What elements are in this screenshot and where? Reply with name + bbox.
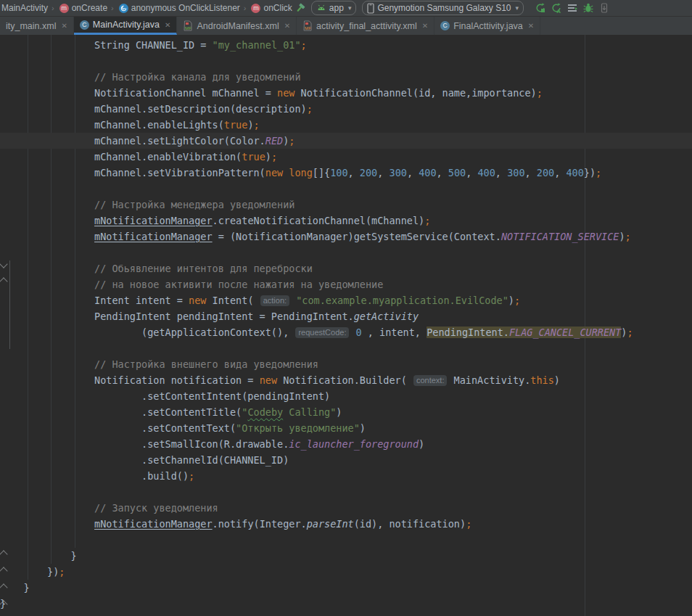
code-editor[interactable]: String CHANNEL_ID = "my_channel_01"; // …: [0, 35, 692, 616]
main-toolbar: MainActivity›monCreate›anonymous OnClick…: [0, 0, 692, 17]
parameter-hint: requestCode:: [295, 327, 349, 338]
manifest-icon: MF: [183, 20, 193, 31]
breadcrumb-separator-icon: ›: [111, 4, 114, 12]
tab-activity_final_acttivity-xml[interactable]: MFactivity_final_acttivity.xml✕: [297, 17, 434, 35]
svg-text:MF: MF: [185, 25, 191, 30]
breadcrumb-item-oncreate[interactable]: monCreate: [58, 3, 107, 13]
breadcrumb-separator-icon: ›: [244, 4, 247, 12]
code-line[interactable]: Intent intent = new Intent( action: "com…: [0, 292, 692, 308]
breadcrumb-item-anonymous-onclicklistener[interactable]: anonymous OnClickListener: [118, 3, 240, 13]
tab-mainactivity-java[interactable]: CMainActivity.java✕: [74, 17, 178, 35]
code-line[interactable]: [0, 532, 692, 548]
code-line[interactable]: // Запуск уведомления: [0, 500, 692, 516]
code-area[interactable]: String CHANNEL_ID = "my_channel_01"; // …: [0, 35, 692, 612]
code-line[interactable]: }: [0, 596, 692, 612]
code-line[interactable]: String CHANNEL_ID = "my_channel_01";: [0, 37, 692, 53]
code-line[interactable]: mNotificationManager.notify(Integer.pars…: [0, 516, 692, 532]
class-icon: C: [440, 21, 450, 30]
device-selector-label: Genymotion Samsung Galaxy S10: [377, 3, 511, 13]
code-line[interactable]: mChannel.setDescription(description);: [0, 101, 692, 117]
tab-label: MainActivity.java: [93, 20, 160, 30]
code-line[interactable]: PendingIntent pendingIntent = PendingInt…: [0, 308, 692, 324]
svg-text:MF: MF: [305, 25, 311, 30]
breadcrumb-label: onCreate: [72, 3, 107, 13]
tab-close-icon[interactable]: ✕: [61, 22, 67, 30]
breadcrumb-label: anonymous OnClickListener: [131, 3, 240, 13]
breadcrumb-label: MainActivity: [1, 3, 48, 13]
code-line[interactable]: // Настройка менеджера уведомлений: [0, 197, 692, 213]
tab-close-icon[interactable]: ✕: [165, 21, 170, 29]
code-line[interactable]: [0, 181, 692, 197]
xml-file-icon: MF: [302, 20, 313, 31]
build-hammer-icon[interactable]: [292, 1, 308, 15]
class-icon: C: [440, 21, 450, 30]
code-line[interactable]: }: [0, 548, 692, 564]
code-line[interactable]: [0, 340, 692, 356]
code-line[interactable]: [0, 53, 692, 69]
svg-text:A: A: [556, 8, 561, 15]
tab-label: AndroidManifest.xml: [197, 21, 279, 31]
tab-close-icon[interactable]: ✕: [284, 22, 290, 30]
tab-androidmanifest-xml[interactable]: MFAndroidManifest.xml✕: [177, 17, 297, 35]
code-line[interactable]: mNotificationManager = (NotificationMana…: [0, 229, 692, 245]
device-selector[interactable]: Genymotion Samsung Galaxy S10 ▾: [362, 1, 524, 15]
tab-label: activity_final_acttivity.xml: [316, 21, 417, 31]
code-line[interactable]: (getApplicationContext(), requestCode: 0…: [0, 324, 692, 340]
method-icon: m: [59, 4, 69, 13]
code-line[interactable]: // Обьявление интентов для переброски: [0, 260, 692, 276]
tab-label: FinalActtivity.java: [453, 21, 523, 31]
code-line[interactable]: // на новое активити после нажатия на ув…: [0, 276, 692, 292]
code-line[interactable]: [0, 245, 692, 260]
code-line[interactable]: NotificationChannel mChannel = new Notif…: [0, 85, 692, 101]
class-icon: C: [80, 20, 89, 30]
tab-close-icon[interactable]: ✕: [528, 22, 534, 30]
breadcrumb: MainActivity›monCreate›anonymous OnClick…: [0, 0, 292, 16]
tab-ity_main-xml[interactable]: ity_main.xml✕: [0, 17, 74, 35]
breadcrumb-item-onclick[interactable]: monClick: [250, 3, 292, 13]
code-line[interactable]: .build();: [0, 468, 692, 484]
tab-finalacttivity-java[interactable]: CFinalActtivity.java✕: [434, 17, 540, 35]
class-icon: C: [80, 20, 89, 30]
xml-file-icon: MF: [302, 20, 313, 31]
breadcrumb-separator-icon: ›: [52, 4, 54, 12]
code-line[interactable]: }: [0, 580, 692, 596]
anonymous-class-icon: [119, 4, 128, 13]
breadcrumb-item-mainactivity[interactable]: MainActivity: [1, 3, 48, 13]
code-line[interactable]: .setContentText("Открыть уведомление"): [0, 420, 692, 436]
tab-close-icon[interactable]: ✕: [422, 22, 428, 30]
code-line[interactable]: mChannel.enableVibration(true);: [0, 149, 692, 165]
manifest-icon: MF: [183, 20, 193, 31]
apply-changes-button[interactable]: [532, 1, 548, 15]
profiler-button[interactable]: [564, 1, 580, 15]
tab-label: ity_main.xml: [6, 21, 56, 31]
code-line[interactable]: mChannel.setVibrationPattern(new long[]{…: [0, 165, 692, 181]
parameter-hint: context:: [413, 375, 448, 386]
android-icon: [316, 4, 326, 12]
code-line[interactable]: mChannel.enableLights(true);: [0, 117, 692, 133]
chevron-down-icon: ▾: [348, 4, 352, 12]
code-line[interactable]: [0, 484, 692, 500]
code-line[interactable]: mChannel.setLightColor(Color.RED);: [0, 133, 692, 149]
debug-button[interactable]: [580, 1, 596, 15]
code-line[interactable]: .setSmallIcon(R.drawable.ic_launcher_for…: [0, 436, 692, 452]
parameter-hint: action:: [260, 295, 289, 306]
run-config-selector[interactable]: app ▾: [311, 1, 357, 15]
code-line[interactable]: .setChannelId(CHANNEL_ID): [0, 452, 692, 468]
code-line[interactable]: .setContentIntent(pendingIntent): [0, 388, 692, 404]
phone-icon: [367, 3, 374, 14]
toolbar-actions: A: [532, 1, 612, 15]
code-line[interactable]: .setContentTitle("Codeby Calling"): [0, 404, 692, 420]
code-line[interactable]: // Настройка внешнего вида уведомления: [0, 356, 692, 372]
code-line[interactable]: Notification notification = new Notifica…: [0, 372, 692, 388]
code-line[interactable]: mNotificationManager.createNotificationC…: [0, 213, 692, 229]
editor-tab-bar: ity_main.xml✕CMainActivity.java✕MFAndroi…: [0, 17, 692, 35]
breadcrumb-label: onClick: [263, 3, 292, 13]
run-config-label: app: [329, 3, 344, 13]
method-icon: m: [251, 4, 260, 13]
apply-code-changes-button[interactable]: A: [548, 1, 564, 15]
chevron-down-icon: ▾: [516, 4, 519, 12]
attach-debugger-button[interactable]: [596, 1, 612, 15]
code-line[interactable]: });: [0, 564, 692, 580]
code-line[interactable]: // Настройка канала для уведомлений: [0, 69, 692, 85]
